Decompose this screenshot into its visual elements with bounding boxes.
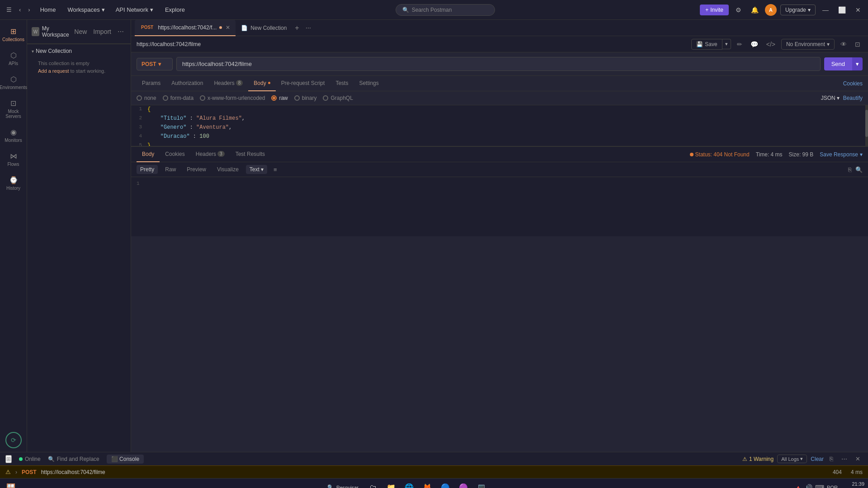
resp-tab-cookies[interactable]: Cookies bbox=[160, 147, 190, 162]
tab-body[interactable]: Body bbox=[248, 76, 275, 91]
more-options-icon[interactable]: ⋯ bbox=[115, 27, 126, 37]
back-btn[interactable]: ‹ bbox=[16, 5, 24, 15]
bootcamp-icon[interactable]: ⟳ bbox=[5, 432, 22, 448]
tab-tests[interactable]: Tests bbox=[330, 76, 354, 91]
search-response-icon[interactable]: 🔍 bbox=[855, 166, 863, 173]
method-selector[interactable]: POST ▾ bbox=[137, 58, 173, 70]
taskbar-app-purple[interactable]: 🟣 bbox=[456, 480, 471, 488]
sidebar-item-mock-servers[interactable]: ⊡ Mock Servers bbox=[2, 95, 25, 122]
environment-settings-icon[interactable]: 👁 bbox=[838, 39, 849, 49]
tab-pre-request-script[interactable]: Pre-request Script bbox=[276, 76, 330, 91]
save-response-button[interactable]: Save Response ▾ bbox=[820, 151, 863, 158]
edit-icon[interactable]: ✏ bbox=[735, 39, 745, 49]
invite-button[interactable]: + Invite bbox=[700, 5, 729, 15]
response-meta: Status: 404 Not Found Time: 4 ms Size: 9… bbox=[690, 151, 863, 158]
sidebar-item-flows[interactable]: ⋈ Flows bbox=[2, 148, 25, 170]
body-raw-option[interactable]: raw bbox=[271, 95, 288, 101]
import-btn[interactable]: Import bbox=[91, 27, 113, 37]
sidebar-item-environments[interactable]: ⬡ Environments bbox=[2, 71, 25, 94]
search-bar[interactable]: 🔍 Search Postman bbox=[396, 4, 495, 16]
notification-icon[interactable]: 🔔 bbox=[749, 4, 761, 16]
tab-params[interactable]: Params bbox=[137, 76, 166, 91]
code-editor[interactable]: 1 { 2 "Titulo" : "Alura Filmes", 3 "Gene… bbox=[131, 105, 868, 146]
request-tab-active[interactable]: POST https://localhost:7042/f... ✕ bbox=[135, 20, 236, 36]
new-collection-btn[interactable]: New bbox=[72, 27, 89, 37]
clear-button[interactable]: Clear bbox=[811, 456, 824, 462]
copy-console-icon[interactable]: ⎘ bbox=[827, 455, 835, 463]
chevron-down-icon: ▾ bbox=[261, 166, 264, 173]
resp-view-preview[interactable]: Preview bbox=[183, 165, 210, 174]
tray-icon-network[interactable]: 🔺 bbox=[794, 484, 802, 488]
tab-headers[interactable]: Headers 8 bbox=[208, 76, 248, 91]
forward-btn[interactable]: › bbox=[25, 5, 33, 15]
text-type-selector[interactable]: Text ▾ bbox=[246, 165, 267, 174]
tray-icon-volume[interactable]: 🔊 bbox=[805, 484, 812, 488]
log-arrow: › bbox=[15, 469, 17, 475]
upgrade-button[interactable]: Upgrade ▾ bbox=[780, 5, 816, 15]
taskbar-terminal[interactable]: 💻 bbox=[474, 480, 489, 488]
beautify-button[interactable]: Beautify bbox=[843, 95, 863, 101]
tray-icon-keyboard[interactable]: ⌨ bbox=[815, 484, 824, 488]
resp-tab-test-results[interactable]: Test Results bbox=[230, 147, 270, 162]
save-dropdown-button[interactable]: ▾ bbox=[722, 39, 731, 49]
body-none-option[interactable]: none bbox=[137, 95, 156, 101]
send-dropdown-button[interactable]: ▾ bbox=[852, 57, 863, 70]
resp-view-raw[interactable]: Raw bbox=[161, 165, 179, 174]
copy-response-icon[interactable]: ⎘ bbox=[848, 166, 852, 173]
taskbar-task-view[interactable]: 🗂 bbox=[366, 480, 380, 488]
sidebar-item-monitors[interactable]: ◉ Monitors bbox=[2, 124, 25, 146]
tab-settings[interactable]: Settings bbox=[354, 76, 384, 91]
find-replace-btn[interactable]: 🔍 Find and Replace bbox=[48, 456, 99, 462]
body-form-data-option[interactable]: form-data bbox=[163, 95, 193, 101]
resp-tab-body[interactable]: Body bbox=[137, 147, 160, 162]
comment-icon[interactable]: 💬 bbox=[748, 39, 760, 49]
resp-tab-headers[interactable]: Headers 3 bbox=[190, 147, 230, 162]
more-console-icon[interactable]: ⋯ bbox=[839, 455, 849, 463]
maximize-icon[interactable]: ⬜ bbox=[835, 4, 848, 16]
sidebar-item-history[interactable]: ⌚ History bbox=[2, 172, 25, 194]
tab-authorization[interactable]: Authorization bbox=[166, 76, 208, 91]
cookies-button[interactable]: Cookies bbox=[843, 80, 863, 87]
close-console-icon[interactable]: ✕ bbox=[853, 455, 863, 463]
minimize-icon[interactable]: — bbox=[819, 4, 832, 16]
taskbar-firefox[interactable]: 🦊 bbox=[420, 480, 434, 488]
explore-tab[interactable]: Explore bbox=[160, 5, 190, 15]
sidebar-item-collections[interactable]: ⊞ Collections bbox=[2, 23, 25, 46]
tab-close-icon[interactable]: ✕ bbox=[225, 24, 231, 31]
settings-icon[interactable]: ⚙ bbox=[732, 4, 745, 16]
close-icon[interactable]: ✕ bbox=[852, 4, 864, 16]
send-button[interactable]: Send bbox=[824, 57, 852, 70]
home-tab[interactable]: Home bbox=[35, 5, 61, 15]
resp-view-pretty[interactable]: Pretty bbox=[137, 165, 158, 174]
taskbar-explorer[interactable]: 📁 bbox=[384, 480, 398, 488]
tab-add-button[interactable]: + bbox=[292, 23, 302, 33]
workspaces-tab[interactable]: Workspaces ▾ bbox=[63, 5, 109, 15]
scrollbar[interactable] bbox=[865, 105, 868, 146]
body-urlencoded-option[interactable]: x-www-form-urlencoded bbox=[200, 95, 265, 101]
no-environment-selector[interactable]: No Environment ▾ bbox=[781, 39, 835, 50]
taskbar-edge[interactable]: 🌐 bbox=[402, 480, 416, 488]
api-network-tab[interactable]: API Network ▾ bbox=[111, 5, 158, 15]
new-collection-tab[interactable]: 📄 New Collection bbox=[236, 20, 291, 36]
tab-more-button[interactable]: ⋯ bbox=[303, 24, 314, 32]
console-button[interactable]: ⬛ Console bbox=[107, 455, 144, 464]
save-button[interactable]: 💾 Save bbox=[691, 39, 722, 50]
hamburger-menu[interactable]: ☰ bbox=[4, 5, 14, 15]
body-graphql-option[interactable]: GraphQL bbox=[323, 95, 353, 101]
sidebar-item-apis[interactable]: ⬡ APIs bbox=[2, 47, 25, 70]
response-filter-icon[interactable]: ≡ bbox=[271, 165, 280, 174]
resp-view-visualize[interactable]: Visualize bbox=[213, 165, 242, 174]
json-type-selector[interactable]: JSON ▾ bbox=[821, 95, 840, 101]
body-binary-option[interactable]: binary bbox=[294, 95, 317, 101]
collection-item-new[interactable]: ▾ New Collection bbox=[27, 44, 131, 58]
taskbar-app-blue[interactable]: 🔵 bbox=[438, 480, 453, 488]
add-request-link[interactable]: Add a request bbox=[38, 68, 69, 74]
code-icon[interactable]: </> bbox=[764, 39, 778, 49]
url-input[interactable] bbox=[176, 57, 821, 71]
split-view-icon[interactable]: ⊡ bbox=[853, 39, 863, 49]
taskbar-search[interactable]: 🔍 Pesquisar bbox=[324, 483, 362, 488]
layout-toggle-icon[interactable]: ⊞ bbox=[5, 455, 12, 463]
start-menu-icon[interactable]: 🪟 bbox=[4, 480, 18, 488]
all-logs-selector[interactable]: All Logs ▾ bbox=[777, 455, 807, 463]
avatar[interactable]: A bbox=[765, 4, 777, 16]
